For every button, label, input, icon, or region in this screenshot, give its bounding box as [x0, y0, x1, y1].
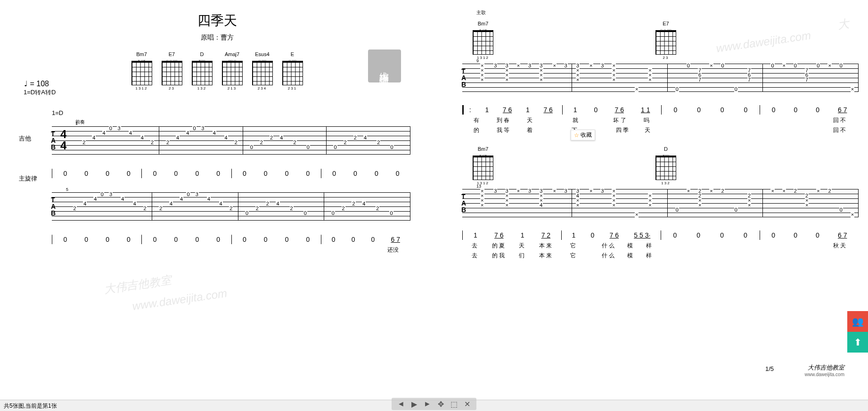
status-text: 共5张图,当前是第1张 — [4, 403, 57, 409]
measure: 022420 — [243, 127, 327, 154]
melody-row: 17 617 2 107 65 5 3· 0000 0006 7 — [462, 230, 859, 240]
lyric-row: 去的 夏天本 来 它什 么模样 秋 天 — [462, 242, 859, 250]
chord-inline-row: Bm7× ○×1312 E7○ ○ ○○23 — [472, 21, 859, 60]
measure: 24403442 — [66, 193, 152, 220]
time-sig-display: 44 — [60, 129, 66, 151]
tab-staff: TAB 13 ×××× 3×××3 ×3 4××3 ×3 ××43 ×3 ×××… — [462, 189, 859, 217]
tab-indicator: TAB — [461, 68, 466, 88]
users-button[interactable]: 👥 — [847, 311, 868, 332]
tab-indicator: TAB — [461, 193, 466, 213]
song-title: 四季天 — [9, 12, 425, 30]
play-button[interactable]: ▶ — [409, 399, 420, 409]
float-sidebar: 👥 ⬆ — [847, 311, 868, 353]
chord-box: D×○○132 — [191, 51, 213, 90]
watermark: 大伟吉他教室 — [103, 272, 172, 297]
measure: 24403442 — [75, 127, 159, 154]
measure: 022420 — [238, 193, 325, 220]
melody-row: 0000 0000 0000 0006 7 — [52, 235, 410, 244]
star-icon: ☆ — [574, 132, 579, 139]
melody-row: :17 617 6 107 61 1 0000 0006 7 — [462, 105, 859, 115]
chord-box: Amaj7○○ ○213 — [221, 51, 244, 90]
page-number: 1/5 — [765, 365, 774, 372]
tab-staff: TAB 9 ×××× 3×××3 ×3 ×××3 ×3 ×××3 ×3 ××××… — [462, 64, 859, 92]
next-button[interactable]: ► — [422, 399, 433, 409]
up-button[interactable]: ⬆ — [847, 332, 868, 353]
favorite-button[interactable]: ☆ 收藏 — [571, 130, 595, 140]
tempo-block: ♩ = 108 4/4 1=D转A转D — [24, 78, 56, 98]
expand-button[interactable]: ⬚ — [448, 399, 459, 409]
score-page-1: 四季天 原唱：曹方 ♩ = 108 4/4 1=D转A转D 編大 譜偉 Bm7×… — [9, 5, 425, 386]
play-icon: ▶ — [411, 400, 417, 409]
chord-inline-row: Bm7× ○×1312 D×○○132 — [472, 146, 859, 185]
footer-credit: 大伟吉他教室 www.daweijita.com — [805, 363, 844, 377]
chord-box: Esus4○ ○○234 — [251, 51, 274, 90]
chord-reference: Bm7× ○×1312 E7○ ○ ○○23 D×○○132 Amaj7○○ ○… — [9, 51, 425, 90]
close-button[interactable]: ✕ — [461, 399, 473, 409]
publisher-seal: 編大 譜偉 — [368, 49, 401, 82]
score-page-2: 大 www.daweijita.com 主歌 Bm7× ○×1312 E7○ ○… — [443, 5, 859, 386]
lyric-row-2: 去的 我们本 来 它什 么模样 — [462, 252, 859, 260]
section-label: 主歌 — [476, 9, 859, 16]
users-icon: 👥 — [852, 316, 864, 327]
tab-staff: TAB 44 1 24403442 24403442 022420 022420 — [52, 126, 410, 155]
viewer-controls: ◄ ▶ ► ✥ ⬚ ✕ — [392, 398, 476, 410]
close-icon: ✕ — [464, 400, 470, 409]
lyric-row: 还没 — [52, 246, 410, 254]
arrow-left-icon: ◄ — [397, 400, 405, 408]
measure: 24403442 — [152, 193, 238, 220]
measure: 022420 — [327, 127, 410, 154]
key-label: 1=D — [52, 109, 410, 116]
staff-section-1: 1=D 前奏 吉他 TAB 44 1 24403442 24403442 022… — [9, 109, 425, 178]
tab-staff: TAB 5 24403442 24403442 022420 022420 — [52, 192, 410, 221]
guitar-label: 吉他 — [19, 134, 31, 143]
move-button[interactable]: ✥ — [435, 399, 446, 409]
chord-box: E○ ○○231 — [281, 51, 304, 90]
measure: 022420 — [324, 193, 410, 220]
expand-icon: ⬚ — [450, 400, 458, 409]
chord-box: E7○ ○ ○○23 — [161, 51, 183, 90]
prev-button[interactable]: ◄ — [395, 399, 407, 409]
bpm: ♩ = 108 — [24, 78, 49, 90]
arrow-up-icon: ⬆ — [854, 337, 862, 348]
melody-label: 主旋律 — [19, 174, 37, 183]
song-subtitle: 原唱：曹方 — [9, 33, 425, 42]
lyric-row: 有到 春天 就坏 了吗 回 不 — [462, 116, 859, 124]
tab-indicator: TAB — [51, 131, 56, 150]
staff-section-2: TAB 5 24403442 24403442 022420 022420 — [9, 192, 425, 254]
tab-indicator: TAB — [51, 197, 56, 216]
melody-row: 0000 0000 0000 0000 — [52, 169, 410, 178]
move-icon: ✥ — [438, 400, 444, 409]
section-label: 前奏 — [75, 119, 410, 125]
chord-box: Bm7× ○×1312 — [131, 51, 153, 90]
watermark: www.daweijita.com — [131, 287, 228, 313]
lyric-row-2: 的我 等着 下 一四 季天 回 不 — [462, 126, 859, 134]
measure: 24403442 — [159, 127, 243, 154]
arrow-right-icon: ► — [424, 400, 431, 408]
